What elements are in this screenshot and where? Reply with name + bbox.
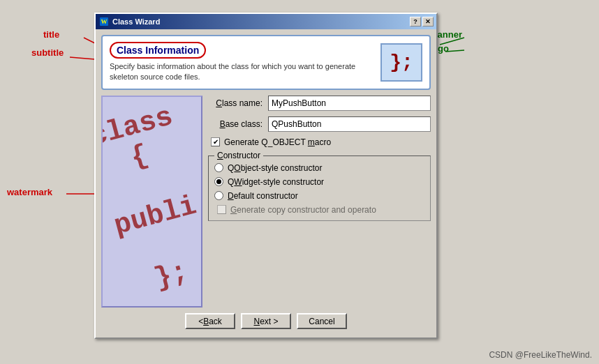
close-button[interactable]: ✕	[422, 17, 434, 26]
constructor-group-title: Constructor	[214, 151, 263, 160]
radio-qobject[interactable]	[214, 163, 223, 172]
watermark-panel: class{publi};	[101, 96, 202, 308]
form-area: Class name: MyPushButton Base class: QPu…	[208, 96, 431, 308]
help-button[interactable]: ?	[410, 17, 421, 26]
copy-constructor-checkbox	[217, 205, 226, 214]
radio-default-label: Default constructor	[228, 191, 298, 201]
radio-qwidget-dot	[216, 179, 221, 184]
class-name-input[interactable]: MyPushButton	[268, 96, 431, 111]
svg-text:W: W	[101, 18, 108, 25]
radio-default-row: Default constructor	[214, 191, 424, 201]
titlebar-icon: W	[98, 16, 110, 27]
titlebar-buttons: ? ✕	[410, 17, 434, 26]
generate-macro-label: Generate Q_OBJECT macro	[224, 137, 331, 147]
checkbox-check-icon: ✔	[213, 138, 219, 146]
page-background: title subtitle banner logo watermark W	[0, 0, 599, 364]
radio-qwidget-label: QWidget-style constructor	[228, 177, 324, 187]
banner-title: Class Information	[110, 42, 206, 59]
radio-qwidget[interactable]	[214, 177, 223, 186]
base-class-label: Base class:	[208, 119, 262, 129]
radio-qobject-row: QObject-style constructor	[214, 163, 424, 173]
back-button[interactable]: < Back	[185, 313, 235, 329]
banner-text: Class Information Specify basic informat…	[110, 42, 374, 83]
constructor-groupbox: Constructor QObject-style constructor	[208, 156, 431, 221]
annotation-watermark: watermark	[7, 187, 52, 197]
dialog-content: Class Information Specify basic informat…	[96, 29, 436, 338]
copy-constructor-row: Generate copy constructor and operato	[214, 205, 424, 215]
banner-logo: };	[380, 43, 422, 82]
dialog-body: class{publi}; Class name: MyPushButton	[101, 96, 431, 308]
generate-macro-checkbox[interactable]: ✔	[211, 137, 220, 146]
next-button[interactable]: Next >	[241, 313, 291, 329]
copy-constructor-label: Generate copy constructor and operato	[230, 205, 376, 215]
watermark-text: class{publi};	[101, 102, 202, 301]
csdn-footer: CSDN @FreeLikeTheWind.	[489, 350, 592, 360]
radio-default[interactable]	[214, 191, 223, 200]
radio-qwidget-row: QWidget-style constructor	[214, 177, 424, 187]
titlebar-title: Class Wizard	[112, 17, 410, 26]
class-name-row: Class name: MyPushButton	[208, 96, 431, 111]
generate-macro-row: ✔ Generate Q_OBJECT macro	[208, 137, 431, 147]
button-bar: < Back Next > Cancel	[101, 308, 431, 332]
radio-qobject-label: QObject-style constructor	[228, 163, 322, 173]
annotation-subtitle: subtitle	[31, 47, 64, 58]
banner-subtitle: Specify basic information about the clas…	[110, 61, 374, 83]
titlebar: W Class Wizard ? ✕	[96, 14, 436, 29]
base-class-row: Base class: QPushButton	[208, 116, 431, 132]
annotation-title: title	[43, 29, 59, 40]
class-name-label: Class name:	[208, 98, 262, 108]
banner-area: Class Information Specify basic informat…	[101, 35, 431, 90]
dialog-window: W Class Wizard ? ✕ Class Information Spe…	[94, 13, 438, 339]
base-class-input[interactable]: QPushButton	[268, 116, 431, 132]
cancel-button[interactable]: Cancel	[297, 313, 347, 329]
